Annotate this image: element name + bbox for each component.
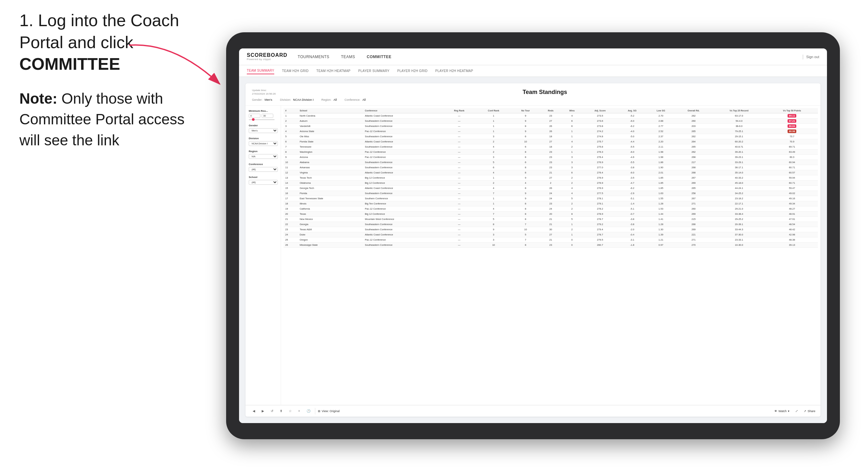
table-row[interactable]: 16 Florida Southeastern Conference — 7 9… bbox=[284, 191, 818, 196]
table-row[interactable]: 24 Duke Atlantic Coast Conference — 3 5 … bbox=[284, 232, 818, 238]
table-row[interactable]: 11 Arkansas Southeastern Conference — 6 … bbox=[284, 165, 818, 170]
nav-items: TOURNAMENTS TEAMS COMMITTEE bbox=[298, 53, 802, 60]
cell-r9: 269 bbox=[675, 212, 712, 217]
table-row[interactable]: 15 Georgia Tech Atlantic Coast Conferenc… bbox=[284, 186, 818, 191]
toolbar-view[interactable]: ⊞ View: Original bbox=[318, 409, 340, 413]
table-row[interactable]: 8 Washington Pac-12 Conference — 2 8 23 … bbox=[284, 150, 818, 155]
cell-school: Oregon bbox=[298, 238, 364, 243]
cell-r6: 276.9 bbox=[583, 186, 618, 191]
toolbar-share-link[interactable]: ⬆ bbox=[278, 408, 284, 414]
cell-r7: -5.0 bbox=[618, 134, 647, 139]
score-badge: 49.02 bbox=[789, 192, 795, 195]
region-filter: Region: All bbox=[321, 98, 337, 101]
cell-rank: 19 bbox=[284, 206, 298, 212]
table-row[interactable]: 9 Arizona Pac-12 Conference — 3 8 23 3 2… bbox=[284, 155, 818, 160]
logo-title: SCOREBOARD bbox=[247, 53, 287, 58]
table-row[interactable]: 25 Oregon Pac-12 Conference — 3 7 21 0 2… bbox=[284, 238, 818, 243]
table-row[interactable]: 12 Virginia Atlantic Coast Conference — … bbox=[284, 170, 818, 175]
min-rounds-from[interactable] bbox=[249, 114, 260, 118]
col-rank: # bbox=[284, 108, 298, 113]
table-row[interactable]: 7 Tennessee Southeastern Conference — 4 … bbox=[284, 144, 818, 150]
sub-nav-player-summary[interactable]: PLAYER SUMMARY bbox=[358, 68, 390, 74]
toolbar-back[interactable]: ◀ bbox=[251, 408, 257, 414]
cell-score: 80.98 bbox=[766, 129, 818, 134]
gender-select[interactable]: Men's Women's bbox=[249, 128, 278, 133]
conference-select[interactable]: (All) bbox=[249, 167, 278, 172]
score-badge: 60.3 bbox=[789, 156, 794, 159]
tablet-screen: SCOREBOARD Powered by clippd TOURNAMENTS… bbox=[239, 49, 827, 423]
cell-school: Florida bbox=[298, 191, 364, 196]
sub-nav-team-summary[interactable]: TEAM SUMMARY bbox=[247, 67, 274, 74]
table-row[interactable]: 4 Arizona State Pac-12 Conference — 1 9 … bbox=[284, 129, 818, 134]
toolbar-refresh[interactable]: ↺ bbox=[269, 408, 275, 414]
table-row[interactable]: 18 Illinois Big Ten Conference — 1 8 23 … bbox=[284, 201, 818, 206]
cell-r7: -2.9 bbox=[618, 191, 647, 196]
school-select[interactable]: (All) bbox=[249, 180, 278, 185]
table-row[interactable]: 3 Vanderbilt Southeastern Conference — 1… bbox=[284, 124, 818, 129]
table-row[interactable]: 26 Mississippi State Southeastern Confer… bbox=[284, 243, 818, 248]
toolbar-right: 👁 Watch ▾ ⤢ ↗ Share bbox=[774, 408, 815, 414]
cell-r9: 260 bbox=[675, 206, 712, 212]
cell-r5: 3 bbox=[561, 160, 583, 165]
table-row[interactable]: 2 Auburn Southeastern Conference — 1 9 2… bbox=[284, 119, 818, 124]
cell-rank: 20 bbox=[284, 212, 298, 217]
table-row[interactable]: 17 East Tennessee State Southern Confere… bbox=[284, 196, 818, 201]
cell-r10: 23-18.2 bbox=[712, 196, 766, 201]
table-row[interactable]: 1 North Carolina Atlantic Coast Conferen… bbox=[284, 113, 818, 119]
table-row[interactable]: 6 Florida State Atlantic Coast Conferenc… bbox=[284, 139, 818, 144]
toolbar-share[interactable]: ↗ Share bbox=[804, 409, 815, 413]
table-row[interactable]: 10 Alabama Southeastern Conference — 5 6… bbox=[284, 160, 818, 165]
cell-r6: 279.2 bbox=[583, 222, 618, 227]
cell-r7: -3.8 bbox=[618, 222, 647, 227]
nav-teams[interactable]: TEAMS bbox=[341, 53, 355, 60]
cell-conf: Big Ten Conference bbox=[364, 201, 442, 206]
division-select[interactable]: NCAA Division I bbox=[249, 141, 278, 146]
table-row[interactable]: 14 Oklahoma Big 12 Conference — 2 4 2 2 … bbox=[284, 181, 818, 186]
cell-score: 73.7 bbox=[766, 134, 818, 139]
sub-nav-player-h2h-grid[interactable]: PLAYER H2H GRID bbox=[397, 68, 428, 74]
cell-r1: — bbox=[442, 196, 476, 201]
toolbar-forward[interactable]: ▶ bbox=[260, 408, 266, 414]
sub-nav-player-h2h-heatmap[interactable]: PLAYER H2H HEATMAP bbox=[435, 68, 473, 74]
cell-r4: 21 bbox=[540, 217, 561, 222]
cell-r4: 23 bbox=[540, 155, 561, 160]
note-text: Note: Only those with Committee Portal a… bbox=[20, 88, 207, 151]
cell-score: 39.13 bbox=[766, 243, 818, 248]
min-rounds-to[interactable] bbox=[262, 114, 273, 118]
cell-r2: 5 bbox=[476, 217, 512, 222]
min-rounds-slider[interactable] bbox=[249, 119, 275, 120]
nav-committee[interactable]: COMMITTEE bbox=[367, 53, 392, 60]
table-row[interactable]: 23 Texas A&M Southeastern Conference — 9… bbox=[284, 227, 818, 232]
cell-r2: 1 bbox=[476, 113, 512, 119]
cell-r3: 8 bbox=[512, 212, 540, 217]
table-row[interactable]: 19 California Pac-12 Conference — 4 8 24… bbox=[284, 206, 818, 212]
cell-r6: 278.9 bbox=[583, 212, 618, 217]
col-no-tour: No Tour bbox=[512, 108, 540, 113]
cell-r6: 280.7 bbox=[583, 243, 618, 248]
table-row[interactable]: 20 Texas Big 12 Conference — 7 8 20 8 27… bbox=[284, 212, 818, 217]
region-select[interactable]: N/A bbox=[249, 154, 278, 159]
score-badge: 48.91 bbox=[789, 213, 795, 215]
cell-r3: 6 bbox=[512, 160, 540, 165]
sub-nav-team-h2h-grid[interactable]: TEAM H2H GRID bbox=[282, 68, 309, 74]
table-row[interactable]: 21 New Mexico Mountain West Conference —… bbox=[284, 217, 818, 222]
score-badge: 59.94 bbox=[789, 176, 795, 179]
cell-r2: 2 bbox=[476, 139, 512, 144]
table-row[interactable]: 22 Georgia Southeastern Conference — 8 7… bbox=[284, 222, 818, 227]
cell-r5: 6 bbox=[561, 124, 583, 129]
toolbar-bookmark[interactable]: ☆ bbox=[287, 408, 293, 414]
table-row[interactable]: 5 Ole Miss Southeastern Conference — 3 6… bbox=[284, 134, 818, 139]
cell-r4: 26 bbox=[540, 186, 561, 191]
score-badge: 86.64 bbox=[787, 124, 796, 128]
toolbar-expand[interactable]: ⤢ bbox=[794, 408, 800, 414]
cell-r9: 262 bbox=[675, 150, 712, 155]
toolbar-watch[interactable]: 👁 Watch ▾ bbox=[774, 409, 789, 413]
cell-r9: 215 bbox=[675, 217, 712, 222]
toolbar-clock[interactable]: 🕐 bbox=[305, 408, 312, 414]
cell-r2: 7 bbox=[476, 191, 512, 196]
toolbar-plus[interactable]: + bbox=[296, 408, 302, 414]
table-row[interactable]: 13 Texas Tech Big 12 Conference — 1 9 27… bbox=[284, 175, 818, 181]
sub-nav-team-h2h-heatmap[interactable]: TEAM H2H HEATMAP bbox=[316, 68, 350, 74]
sign-out-button[interactable]: Sign out bbox=[806, 55, 819, 59]
nav-tournaments[interactable]: TOURNAMENTS bbox=[298, 53, 330, 60]
